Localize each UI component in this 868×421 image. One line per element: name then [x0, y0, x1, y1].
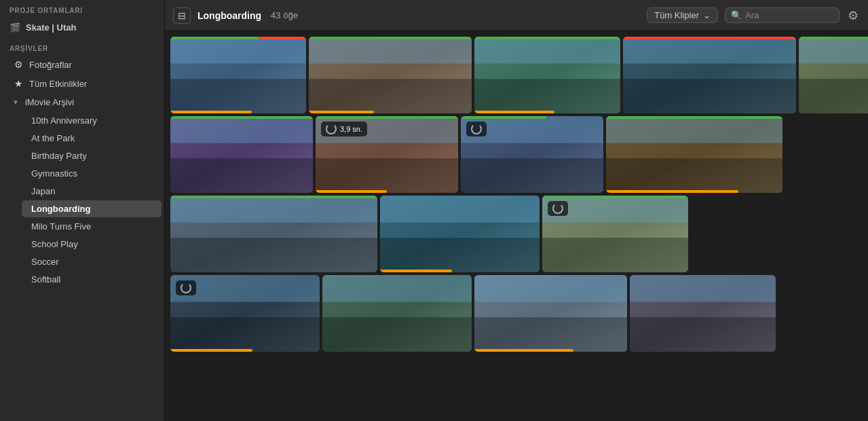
clip-count: 43 öğe: [271, 10, 298, 20]
clapper-icon: 🎬: [10, 22, 20, 33]
search-icon: 🔍: [731, 10, 742, 20]
sidebar-item-park[interactable]: At the Park: [22, 130, 162, 147]
search-box[interactable]: 🔍: [725, 7, 839, 23]
sidebar-item-school[interactable]: School Play: [22, 236, 162, 253]
sidebar-item-milo[interactable]: Milo Turns Five: [22, 218, 162, 235]
clip-row-2: [165, 196, 863, 272]
clip-thumbnail[interactable]: [606, 116, 782, 193]
clip-row-1: 3,9 sn.: [165, 116, 863, 193]
photos-icon: ⚙: [12, 59, 24, 70]
project-item[interactable]: 🎬 Skate | Utah: [0, 17, 164, 38]
toolbar: ⊟ Longboarding 43 öğe Tüm Klipler ⌄ 🔍 ⚙: [165, 0, 868, 31]
clip-thumbnail[interactable]: [630, 275, 776, 352]
clip-thumbnail[interactable]: [474, 275, 627, 352]
clip-thumbnail[interactable]: [461, 116, 603, 193]
clip-thumbnail[interactable]: [623, 37, 796, 113]
clip-title: Longboarding: [197, 10, 261, 21]
clip-thumbnail[interactable]: [309, 37, 472, 113]
search-input[interactable]: [745, 10, 833, 20]
clip-thumbnail[interactable]: [170, 37, 306, 113]
sidebar-item-10th[interactable]: 10th Anniversary: [22, 112, 162, 129]
main-panel: ⊟ Longboarding 43 öğe Tüm Klipler ⌄ 🔍 ⚙: [165, 0, 868, 421]
filter-label: Tüm Klipler: [654, 10, 699, 20]
clip-thumbnail[interactable]: [170, 275, 320, 352]
sidebar-item-longboarding[interactable]: Longboarding: [22, 200, 162, 217]
library-items: 10th Anniversary At the Park Birthday Pa…: [0, 111, 164, 289]
filter-dropdown[interactable]: Tüm Klipler ⌄: [647, 7, 718, 23]
star-icon: ★: [12, 78, 24, 89]
clip-thumbnail[interactable]: [799, 37, 868, 113]
clip-grid: 3,9 sn.: [165, 31, 868, 421]
clip-thumbnail[interactable]: [170, 196, 377, 272]
sidebar-toggle-icon: ⊟: [178, 10, 186, 21]
clip-thumbnail[interactable]: 3,9 sn.: [316, 116, 458, 193]
chevron-down-icon: ⌄: [703, 10, 711, 20]
sidebar-item-all-events[interactable]: ★ Tüm Etkinlikler: [3, 75, 162, 92]
clip-thumbnail[interactable]: [380, 196, 540, 272]
archives-section-header: ARŞİVLER: [0, 38, 164, 55]
projects-section-header: PROJE ORTAMLARI: [0, 0, 164, 17]
clip-thumbnail[interactable]: [170, 116, 313, 193]
clip-row-0: [165, 37, 863, 113]
clip-thumbnail[interactable]: [542, 196, 688, 272]
sidebar-item-japan[interactable]: Japan: [22, 183, 162, 200]
clip-thumbnail[interactable]: [474, 37, 620, 113]
clip-row-3: [165, 275, 863, 352]
settings-button[interactable]: ⚙: [846, 7, 860, 24]
sidebar-item-library[interactable]: ▼ iMovie Arşivi: [3, 94, 162, 111]
sidebar: PROJE ORTAMLARI 🎬 Skate | Utah ARŞİVLER …: [0, 0, 165, 421]
sidebar-item-birthday[interactable]: Birthday Party: [22, 147, 162, 164]
sidebar-item-soccer[interactable]: Soccer: [22, 253, 162, 270]
sidebar-item-gymnastics[interactable]: Gymnastics: [22, 165, 162, 182]
sidebar-item-softball[interactable]: Softball: [22, 271, 162, 288]
clip-thumbnail[interactable]: [322, 275, 472, 352]
toggle-sidebar-button[interactable]: ⊟: [173, 7, 191, 24]
sidebar-item-photos[interactable]: ⚙ Fotoğraflar: [3, 56, 162, 73]
tree-toggle-icon: ▼: [12, 98, 19, 106]
